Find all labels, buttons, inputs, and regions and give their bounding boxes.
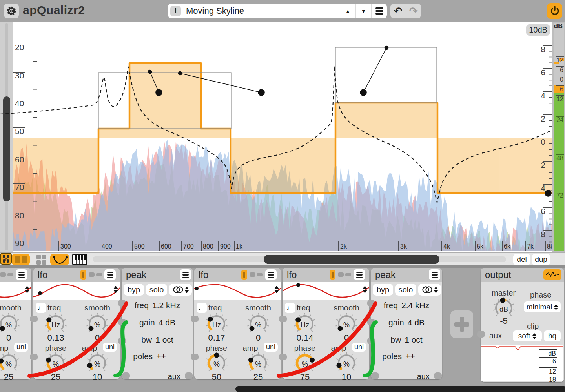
module-menu-button[interactable] [180, 269, 191, 280]
waveform-stepper[interactable] [363, 286, 367, 293]
info-button[interactable]: i [170, 6, 181, 16]
lfo-slot-toggle-1[interactable] [80, 270, 86, 280]
poles-label: poles [133, 352, 153, 361]
lfo-slot-toggle-3[interactable] [345, 273, 351, 276]
power-button[interactable] [547, 3, 562, 19]
module-menu-button[interactable] [354, 269, 365, 280]
smooth-knob[interactable]: % [85, 312, 110, 335]
uni-toggle[interactable]: uni [14, 343, 28, 352]
stereo-stepper[interactable] [434, 287, 438, 293]
freq-mod-socket[interactable] [367, 300, 375, 307]
mod-input-socket[interactable] [191, 354, 199, 360]
uni-toggle[interactable]: uni [264, 343, 278, 352]
tempo-sync-icon[interactable]: ♩ [197, 303, 207, 313]
preset-menu-button[interactable] [371, 4, 387, 18]
smooth-knob[interactable]: % [334, 312, 359, 335]
mod-input-socket[interactable] [30, 316, 38, 322]
graph-scale-12: 12 [544, 368, 556, 375]
lfo-slot-toggle-3[interactable] [96, 273, 102, 276]
waveform-stepper[interactable] [25, 286, 29, 293]
preset-next-button[interactable]: ▼ [355, 4, 371, 18]
bw-mod-socket[interactable] [367, 338, 375, 344]
mod-input-socket[interactable] [30, 354, 38, 360]
freq-mod-socket[interactable] [118, 300, 126, 307]
lfo-slot-toggle-3[interactable] [257, 273, 263, 276]
lfo-slot-toggle-1[interactable] [330, 270, 335, 280]
menu-icon [182, 272, 189, 278]
undo-button[interactable]: ↶ [390, 4, 406, 18]
settings-button[interactable] [4, 4, 19, 18]
lfo-slot-toggle-2[interactable] [0, 272, 6, 277]
aux-socket[interactable] [434, 372, 442, 379]
scope-button[interactable] [543, 269, 561, 280]
eq-graph[interactable]: 2030405060708090864202468300400500600700… [0, 22, 565, 252]
gain-mod-socket[interactable] [118, 319, 126, 325]
lfo-slot-toggle-2[interactable] [338, 272, 344, 277]
lfo-slot-toggle-3[interactable] [7, 273, 13, 276]
duplicate-button[interactable]: dup [532, 254, 550, 265]
freq-knob[interactable]: Hz [43, 312, 68, 335]
phase-mode-select[interactable]: minimal [524, 301, 561, 312]
freq-knob[interactable]: Hz [204, 312, 229, 335]
module-menu-button[interactable] [429, 269, 440, 280]
stereo-stepper[interactable] [185, 287, 189, 293]
module-menu-button[interactable] [16, 269, 27, 280]
hq-toggle[interactable]: hq [544, 330, 561, 341]
solo-button[interactable]: solo [395, 284, 416, 296]
module-menu-button[interactable] [265, 269, 277, 280]
lfo-slot-toggle-2[interactable] [250, 272, 255, 277]
bottom-socket[interactable] [122, 372, 130, 379]
lfo-waveform-display[interactable] [0, 282, 31, 300]
stereo-mode-selector[interactable] [418, 284, 441, 296]
add-module-button[interactable] [450, 310, 473, 338]
amp-knob[interactable]: % [85, 352, 110, 374]
waveform-stepper[interactable] [274, 286, 279, 293]
aux-socket[interactable] [477, 331, 485, 338]
db-scale-badge[interactable]: 10dB [526, 24, 550, 36]
amp-knob[interactable]: % [334, 352, 359, 374]
phase-knob[interactable]: % [292, 352, 317, 374]
bottom-socket[interactable] [371, 372, 379, 379]
module-menu-button[interactable] [104, 269, 116, 280]
preset-prev-button[interactable]: ▲ [340, 4, 355, 18]
aux-socket[interactable] [185, 372, 193, 379]
solo-button[interactable]: solo [146, 284, 167, 296]
amp-knob[interactable]: % [246, 352, 271, 374]
lfo-waveform-display[interactable] [33, 282, 120, 300]
uni-toggle[interactable]: uni [103, 343, 117, 352]
mod-input-socket[interactable] [191, 316, 199, 322]
tempo-sync-icon[interactable]: ♩ [285, 303, 295, 313]
stereo-mode-selector[interactable] [169, 284, 192, 296]
bypass-button[interactable]: byp [124, 284, 144, 296]
phase-knob[interactable]: % [43, 352, 68, 374]
lfo-slot-toggle-2[interactable] [89, 272, 95, 277]
gain-mod-socket[interactable] [367, 319, 375, 325]
lfo-waveform-display[interactable] [194, 282, 281, 300]
clip-mode-select[interactable]: soft [513, 330, 542, 341]
redo-button[interactable]: ↷ [406, 4, 421, 18]
curve-mode-toggle[interactable] [50, 254, 69, 265]
bw-mod-socket[interactable] [118, 338, 126, 344]
lfo-waveform-display[interactable] [282, 282, 369, 300]
display-scrollbar-thumb[interactable] [264, 255, 439, 264]
graph-scale-18: 18 [544, 376, 556, 383]
mod-input-socket[interactable] [279, 316, 287, 322]
tempo-sync-icon[interactable]: ♩ [36, 303, 46, 313]
dual-display-toggle[interactable] [12, 254, 30, 265]
smooth-knob[interactable]: % [0, 312, 21, 335]
delete-button[interactable]: del [513, 254, 530, 265]
amp-knob[interactable]: % [0, 352, 21, 374]
keyboard-mode-toggle[interactable] [72, 254, 87, 265]
bypass-button[interactable]: byp [373, 284, 393, 296]
grid-view-toggle[interactable] [34, 254, 49, 265]
waveform-stepper[interactable] [113, 286, 118, 293]
phase-knob[interactable]: % [204, 352, 229, 374]
rack-scrollbar-thumb[interactable] [235, 386, 565, 392]
freq-knob[interactable]: Hz [292, 312, 317, 335]
svg-text:2: 2 [541, 114, 545, 123]
smooth-knob[interactable]: % [246, 312, 271, 335]
uni-toggle[interactable]: uni [352, 343, 366, 352]
mod-input-socket[interactable] [279, 354, 287, 360]
preset-selector[interactable]: i Moving Skyline ▲ ▼ [168, 4, 387, 18]
lfo-slot-toggle-1[interactable] [241, 270, 247, 280]
